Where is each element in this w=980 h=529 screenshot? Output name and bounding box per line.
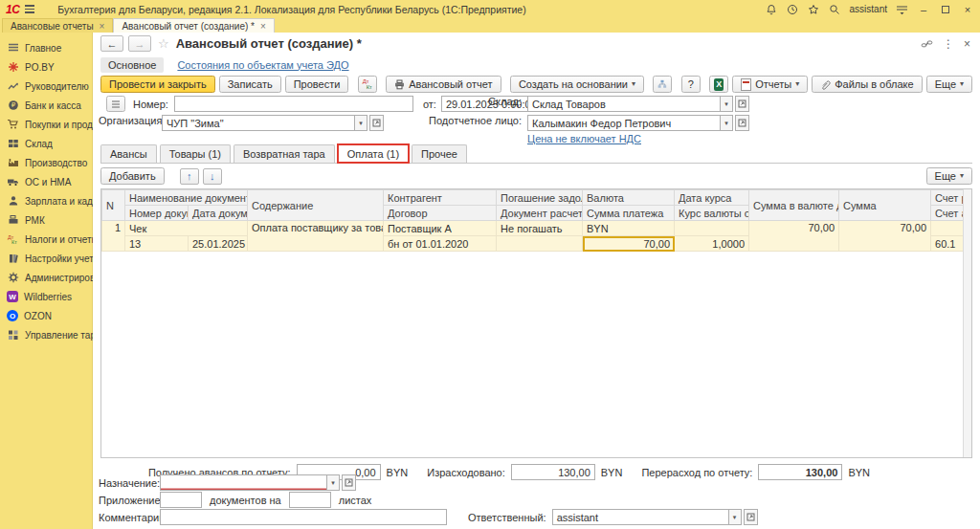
- form-menu-dots-icon[interactable]: ⋮: [943, 37, 954, 51]
- cell-doc[interactable]: Чек: [125, 221, 248, 236]
- number-input[interactable]: [174, 96, 413, 112]
- col-repayment[interactable]: Погашение задолже...: [497, 190, 583, 206]
- create-based-on-button[interactable]: Создать на основании▾: [510, 76, 644, 93]
- print-advance-report-button[interactable]: Авансовый отчет: [386, 76, 501, 93]
- cell-n[interactable]: 1: [102, 221, 125, 252]
- col-sum[interactable]: Сумма: [839, 190, 931, 221]
- cell-contract[interactable]: бн от 01.01.2020: [384, 236, 497, 252]
- link-icon[interactable]: [921, 38, 933, 51]
- table-scrollbar[interactable]: [963, 189, 971, 457]
- restore-button[interactable]: [939, 4, 952, 15]
- open-item-icon[interactable]: [342, 474, 356, 491]
- structure-button[interactable]: [653, 76, 672, 93]
- col-n[interactable]: N: [102, 190, 125, 221]
- nav-main-chip[interactable]: Основное: [100, 57, 164, 73]
- sidebar-item-nastrojki-ucheta[interactable]: Настройки учета: [0, 249, 92, 268]
- sidebar-item-rukovoditelyu[interactable]: Руководителю: [0, 77, 92, 96]
- col-repay-doc[interactable]: Документ расчетов: [497, 206, 583, 221]
- sidebar-item-os-nma[interactable]: ОС и НМА: [0, 172, 92, 191]
- cell-pay-sum-selected[interactable]: 70,00: [583, 236, 675, 252]
- history-icon[interactable]: [787, 3, 799, 15]
- sidebar-item-glavnoe[interactable]: Главное: [0, 38, 92, 57]
- service-menu-icon[interactable]: [896, 3, 908, 15]
- cell-rate[interactable]: 1,0000: [675, 236, 749, 252]
- sidebar-item-sklad[interactable]: Склад: [0, 134, 92, 153]
- cell-repay-doc[interactable]: [497, 236, 583, 252]
- save-button[interactable]: Записать: [219, 76, 281, 93]
- spent-field[interactable]: 130,00: [511, 464, 595, 480]
- attachment-docs-input[interactable]: [160, 492, 202, 508]
- col-contractor[interactable]: Контрагент: [384, 190, 497, 206]
- col-doc-name[interactable]: Наименование документа (расхода): [125, 190, 248, 206]
- chevron-down-icon[interactable]: ▾: [327, 474, 340, 491]
- post-button[interactable]: Провести: [285, 76, 349, 93]
- attachment-sheets-input[interactable]: [289, 492, 331, 508]
- open-item-icon[interactable]: [744, 509, 758, 525]
- col-pay-sum[interactable]: Сумма платежа: [583, 206, 675, 221]
- col-contract-sum[interactable]: Сумма в валюте договора: [749, 190, 839, 221]
- responsible-combo[interactable]: assistant ▾: [552, 509, 758, 525]
- close-tab-icon[interactable]: ×: [100, 21, 105, 32]
- current-user[interactable]: assistant: [850, 4, 887, 14]
- cell-contract-sum[interactable]: 70,00: [749, 221, 839, 252]
- col-doc-date[interactable]: Дата документа: [189, 206, 248, 221]
- comment-input[interactable]: [160, 509, 447, 525]
- sidebar-item-upravlenie-tarifom[interactable]: Управление тарифом: [0, 325, 92, 344]
- post-and-close-button[interactable]: Провести и закрыть: [100, 76, 215, 93]
- sidebar-item-pokupki-prodazhi[interactable]: Покупки и продажи: [0, 115, 92, 134]
- sidebar-item-administrirovanie[interactable]: Администрирование: [0, 268, 92, 287]
- col-doc-num[interactable]: Номер документа: [125, 206, 189, 221]
- cell-content[interactable]: Оплата поставщику за товары: [248, 221, 384, 252]
- favorites-star-icon[interactable]: [808, 3, 820, 15]
- chevron-down-icon[interactable]: ▾: [729, 509, 742, 525]
- cell-rate-date[interactable]: [675, 221, 749, 236]
- cell-doc-date[interactable]: 25.01.2025: [189, 236, 248, 252]
- cloud-files-button[interactable]: Файлы в облаке: [812, 76, 922, 93]
- forward-button[interactable]: →: [128, 35, 151, 52]
- sidebar-item-zarplata-kadry[interactable]: Зарплата и кадры: [0, 191, 92, 210]
- tab-oplata[interactable]: Оплата (1): [338, 144, 409, 164]
- chevron-down-icon[interactable]: ▾: [721, 115, 733, 131]
- purpose-combo[interactable]: ▾: [160, 474, 356, 491]
- col-content[interactable]: Содержание: [248, 190, 384, 221]
- notifications-bell-icon[interactable]: [766, 3, 778, 15]
- sidebar-item-wildberries[interactable]: W Wildberries: [0, 287, 92, 306]
- tab-vozvratnaya-tara[interactable]: Возвратная тара: [234, 144, 335, 163]
- sidebar-item-nalogi-otchetnost[interactable]: ДтКт Налоги и отчетность: [0, 230, 92, 249]
- excel-export-button[interactable]: X: [709, 76, 728, 93]
- number-settings-button[interactable]: [106, 96, 125, 112]
- organization-combo[interactable]: ЧУП "Зима" ▾: [162, 115, 384, 131]
- open-item-icon[interactable]: [735, 96, 749, 112]
- col-rate[interactable]: Курс валюты отчета: [675, 206, 749, 221]
- close-window-button[interactable]: ×: [961, 4, 974, 15]
- table-row[interactable]: 1 Чек Оплата поставщику за товары Постав…: [102, 221, 973, 236]
- grid-more-button[interactable]: Еще▾: [926, 167, 972, 185]
- move-row-up-button[interactable]: ↑: [180, 168, 199, 185]
- more-button[interactable]: Еще▾: [926, 76, 972, 93]
- add-row-button[interactable]: Добавить: [100, 167, 165, 185]
- sidebar-item-poby[interactable]: PO.BY: [0, 57, 92, 77]
- move-row-down-button[interactable]: ↓: [203, 168, 222, 185]
- overspend-field[interactable]: 130,00: [758, 464, 842, 480]
- chevron-down-icon[interactable]: ▾: [355, 115, 368, 131]
- tab-avansy[interactable]: Авансы: [100, 144, 157, 163]
- search-icon[interactable]: [829, 3, 841, 15]
- col-rate-date[interactable]: Дата курса: [675, 190, 749, 206]
- sidebar-item-ozon[interactable]: O OZON: [0, 306, 92, 325]
- help-button[interactable]: ?: [681, 76, 701, 93]
- tab-avansovyj-otchet-sozdanie[interactable]: Авансовый отчет (создание) * ×: [113, 18, 274, 33]
- back-button[interactable]: ←: [100, 35, 123, 52]
- tab-avansovye-otchety[interactable]: Авансовые отчеты ×: [2, 18, 113, 33]
- warehouse-combo[interactable]: Склад Товаров ▾: [527, 96, 749, 112]
- tab-tovary[interactable]: Товары (1): [160, 144, 231, 163]
- sidebar-item-rmk[interactable]: РМК: [0, 210, 92, 230]
- accountable-person-combo[interactable]: Калымакин Федор Петрович ▾: [527, 115, 749, 131]
- col-contract[interactable]: Договор: [384, 206, 497, 221]
- open-item-icon[interactable]: [735, 115, 749, 131]
- cell-sum[interactable]: 70,00: [839, 221, 931, 252]
- cell-contractor[interactable]: Поставщик А: [384, 221, 497, 236]
- cell-repayment[interactable]: Не погашать: [497, 221, 583, 236]
- open-item-icon[interactable]: [369, 115, 384, 131]
- favorite-star-icon[interactable]: ☆: [158, 36, 169, 51]
- tab-prochee[interactable]: Прочее: [412, 144, 467, 163]
